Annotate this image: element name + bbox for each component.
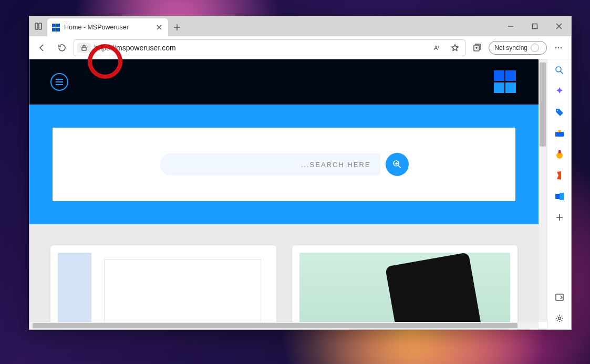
sidebar-add-button[interactable] [553, 211, 566, 224]
svg-rect-1 [39, 23, 42, 29]
ai-sparkle-icon[interactable] [553, 85, 566, 98]
avatar-icon [531, 44, 539, 52]
article-card[interactable] [292, 245, 518, 322]
svg-rect-0 [35, 23, 38, 29]
read-aloud-button[interactable]: A⁾ [431, 39, 445, 56]
site-info-button[interactable] [77, 43, 91, 53]
sidebar-settings-button[interactable] [553, 311, 566, 325]
tab-strip: Home - MSPoweruser [29, 16, 571, 36]
browser-window: Home - MSPoweruser [29, 16, 572, 330]
svg-rect-15 [558, 150, 561, 153]
search-icon[interactable] [553, 64, 566, 77]
url-scheme: https:// [94, 44, 116, 52]
article-thumbnail [58, 253, 269, 322]
svg-point-11 [557, 110, 558, 111]
svg-point-7 [558, 47, 559, 48]
svg-point-8 [561, 47, 562, 48]
svg-text:A⁾: A⁾ [434, 45, 439, 51]
svg-rect-17 [560, 193, 564, 200]
toolbox-icon[interactable] [553, 127, 566, 140]
profile-sync-button[interactable]: Not syncing [489, 41, 547, 55]
site-search-button[interactable] [386, 153, 409, 176]
page-viewport [29, 59, 547, 329]
favorites-button[interactable] [448, 39, 462, 56]
window-close-button[interactable] [547, 16, 571, 36]
webpage-content [29, 59, 539, 322]
browser-toolbar: https://mspoweruser.com A⁾ Not syncing [29, 36, 571, 59]
hero-search-section [29, 105, 539, 224]
sync-label: Not syncing [494, 44, 527, 51]
address-bar[interactable]: https://mspoweruser.com A⁾ [74, 39, 465, 56]
svg-rect-12 [555, 132, 564, 137]
collections-button[interactable] [469, 39, 485, 56]
tab-title: Home - MSPoweruser [64, 24, 150, 31]
url-text: https://mspoweruser.com [94, 44, 428, 52]
tab-actions-button[interactable] [29, 16, 47, 36]
vertical-scrollbar[interactable] [539, 59, 547, 322]
search-panel [53, 128, 515, 201]
scrollbar-thumb[interactable] [33, 323, 517, 328]
office-icon[interactable] [553, 169, 566, 182]
window-minimize-button[interactable] [499, 16, 523, 36]
site-logo-icon[interactable] [493, 70, 517, 94]
svg-rect-2 [533, 24, 537, 29]
new-tab-button[interactable] [168, 18, 186, 36]
svg-rect-13 [558, 130, 561, 132]
svg-point-6 [555, 47, 556, 48]
lock-icon [80, 44, 88, 51]
article-card[interactable] [50, 245, 276, 322]
svg-point-19 [558, 317, 561, 320]
site-header [29, 59, 539, 105]
horizontal-scrollbar[interactable] [29, 322, 539, 329]
scrollbar-thumb[interactable] [540, 63, 546, 147]
svg-point-10 [556, 67, 561, 72]
sidebar-collapse-button[interactable] [553, 290, 566, 304]
edge-sidebar [547, 59, 571, 329]
svg-rect-3 [82, 47, 86, 50]
site-search-input[interactable] [160, 153, 380, 175]
window-controls [499, 16, 571, 36]
article-cards-row [29, 224, 539, 322]
site-menu-button[interactable] [50, 73, 68, 91]
refresh-button[interactable] [54, 39, 70, 56]
back-button[interactable] [34, 39, 50, 56]
games-icon[interactable] [553, 148, 566, 161]
tab-favicon-icon [51, 23, 60, 32]
tab-active[interactable]: Home - MSPoweruser [47, 18, 168, 36]
article-thumbnail [299, 253, 511, 322]
settings-more-button[interactable] [550, 39, 567, 56]
shopping-tags-icon[interactable] [553, 106, 566, 119]
outlook-icon[interactable] [553, 190, 566, 203]
url-host: mspoweruser.com [116, 44, 176, 52]
window-maximize-button[interactable] [523, 16, 547, 36]
tab-close-button[interactable] [154, 23, 164, 32]
